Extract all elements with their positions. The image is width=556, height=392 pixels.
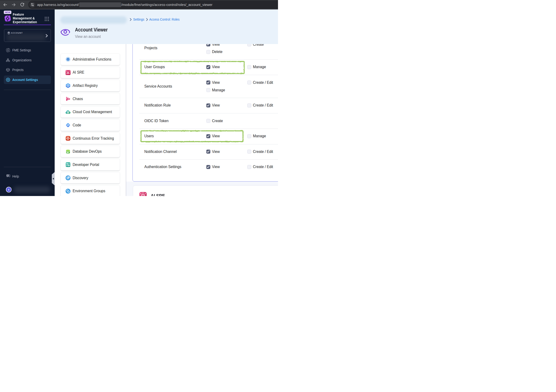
svg-text:?: ? — [7, 174, 8, 177]
svg-text:$: $ — [67, 111, 69, 113]
